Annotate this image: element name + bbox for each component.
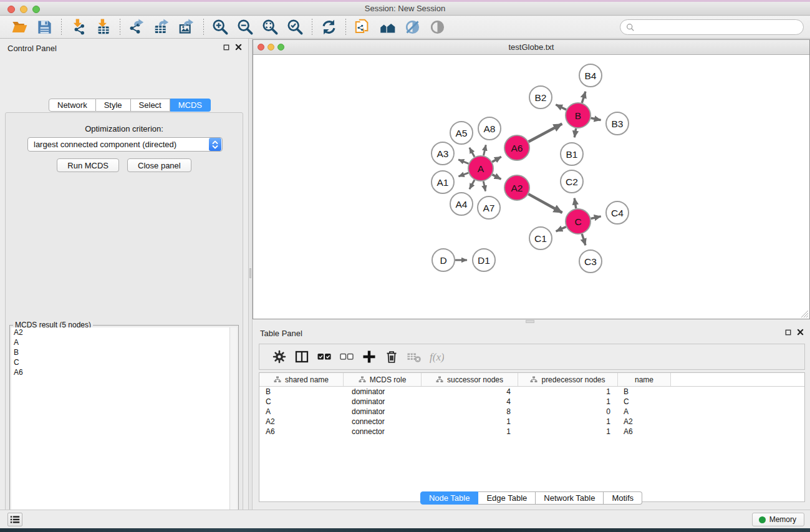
graph-node-C1[interactable]: C1	[529, 227, 552, 249]
import-network-button[interactable]	[67, 18, 89, 37]
tab-motifs[interactable]: Motifs	[604, 491, 642, 505]
graph-edge-A-A7[interactable]	[483, 181, 485, 191]
network-window-titlebar[interactable]: testGlobe.txt	[253, 40, 809, 55]
graph-edge-A-A2[interactable]	[493, 175, 501, 179]
column-header-predecessor-nodes[interactable]: predecessor nodes	[518, 373, 618, 386]
horizontal-splitter[interactable]	[253, 319, 810, 324]
run-mcds-button[interactable]: Run MCDS	[57, 158, 119, 172]
float-panel-icon[interactable]	[785, 329, 791, 336]
zoom-out-button[interactable]	[234, 18, 256, 37]
close-panel-icon[interactable]	[797, 329, 804, 336]
result-list-item[interactable]: A6	[11, 367, 229, 377]
network-file-button[interactable]	[352, 18, 373, 37]
column-header-successor-nodes[interactable]: successor nodes	[422, 373, 518, 386]
trash-button[interactable]	[380, 347, 403, 367]
graph-edge-B-B4[interactable]	[582, 92, 586, 103]
graph-node-A3[interactable]: A3	[432, 142, 454, 165]
unchecked-pair-button[interactable]	[335, 347, 358, 367]
zoom-fit-button[interactable]	[259, 18, 281, 37]
graph-edge-C-C3[interactable]	[582, 234, 586, 245]
vertical-splitter[interactable]	[248, 39, 253, 510]
result-list-item[interactable]: A	[11, 337, 229, 347]
graph-edge-A-A8[interactable]	[483, 145, 486, 155]
optimization-select[interactable]: largest connected component (directed)	[27, 137, 223, 152]
task-list-button[interactable]	[7, 513, 22, 526]
graph-node-C[interactable]: C	[566, 209, 591, 234]
graph-edge-B-B2[interactable]	[556, 105, 566, 110]
network-canvas[interactable]: AA6A2BCA5A8A3A1A4A7B2B4B3B1C2C4C1C3DD1	[253, 55, 809, 319]
graph-edge-A-A5[interactable]	[470, 148, 475, 157]
home-button[interactable]	[377, 18, 398, 37]
graph-edge-B-B1[interactable]	[574, 128, 576, 138]
graph-node-A6[interactable]: A6	[504, 135, 529, 160]
graph-edge-A-A3[interactable]	[458, 160, 468, 163]
column-header-shared-name[interactable]: shared name	[259, 373, 344, 386]
graph-node-C4[interactable]: C4	[606, 201, 629, 224]
graph-edge-C-C4[interactable]	[591, 216, 600, 219]
graph-node-A4[interactable]: A4	[450, 193, 473, 215]
graph-edge-A-A4[interactable]	[470, 180, 475, 189]
hide-panel-button[interactable]	[402, 18, 423, 37]
graph-node-A7[interactable]: A7	[478, 196, 500, 219]
save-button[interactable]	[34, 18, 55, 37]
export-network-button[interactable]	[126, 18, 147, 37]
graph-node-B[interactable]: B	[566, 103, 591, 128]
close-panel-button[interactable]: Close panel	[127, 158, 191, 172]
zoom-selected-button[interactable]	[284, 18, 306, 37]
memory-button[interactable]: Memory	[752, 513, 804, 526]
graph-node-B1[interactable]: B1	[561, 143, 583, 165]
graph-edge-A6-B[interactable]	[529, 124, 562, 142]
export-table-button[interactable]	[151, 18, 172, 37]
graph-node-A2[interactable]: A2	[504, 175, 529, 200]
graph-edge-A-A1[interactable]	[458, 173, 468, 177]
graph-node-A[interactable]: A	[468, 156, 493, 181]
tab-network[interactable]: Network	[49, 99, 96, 112]
result-list-item[interactable]: C	[11, 357, 229, 367]
graph-node-B2[interactable]: B2	[529, 86, 552, 109]
zoom-in-button[interactable]	[210, 18, 231, 37]
graph-edge-C-C1[interactable]	[556, 227, 566, 231]
graph-edge-A-A6[interactable]	[492, 157, 501, 162]
result-list-item[interactable]: A2	[11, 327, 229, 337]
eye-button[interactable]	[427, 18, 448, 37]
table-row[interactable]: Adominator80A	[259, 407, 804, 417]
tab-network-table[interactable]: Network Table	[536, 491, 604, 505]
tab-select[interactable]: Select	[131, 99, 170, 112]
graph-node-A1[interactable]: A1	[432, 171, 454, 193]
export-image-button[interactable]	[176, 18, 197, 37]
result-list-scrollbar[interactable]	[229, 327, 237, 532]
tab-style[interactable]: Style	[96, 99, 131, 112]
table-row[interactable]: Bdominator41B	[259, 387, 804, 397]
plus-button[interactable]	[358, 347, 380, 367]
table-row[interactable]: A2connector11A2	[259, 417, 804, 427]
import-table-button[interactable]	[92, 18, 113, 37]
graph-node-A8[interactable]: A8	[478, 117, 501, 140]
open-folder-button[interactable]	[9, 18, 30, 37]
splitter-grip[interactable]	[249, 268, 251, 278]
graph-node-B4[interactable]: B4	[579, 64, 602, 87]
close-panel-icon[interactable]	[235, 44, 242, 51]
column-split-button[interactable]	[291, 347, 313, 367]
gear-button[interactable]	[268, 347, 291, 367]
graph-node-D1[interactable]: D1	[473, 249, 495, 271]
result-list-item[interactable]: B	[11, 347, 229, 357]
resize-grip-icon[interactable]	[799, 309, 808, 317]
table-row[interactable]: Cdominator41C	[259, 397, 804, 407]
float-panel-icon[interactable]	[223, 44, 229, 51]
graph-edge-A2-C[interactable]	[528, 194, 562, 213]
tab-node-table[interactable]: Node Table	[420, 491, 479, 505]
table-row[interactable]: A6connector11A6	[259, 427, 804, 437]
graph-node-C3[interactable]: C3	[579, 250, 602, 273]
tab-edge-table[interactable]: Edge Table	[478, 491, 536, 505]
refresh-button[interactable]	[318, 18, 339, 37]
checked-pair-button[interactable]	[313, 347, 335, 367]
graph-edge-C-C2[interactable]	[574, 198, 576, 209]
column-header-MCDS-role[interactable]: MCDS role	[344, 373, 422, 386]
graph-node-A5[interactable]: A5	[450, 122, 473, 144]
splitter-grip[interactable]	[526, 320, 534, 323]
tab-mcds[interactable]: MCDS	[170, 99, 211, 112]
graph-node-C2[interactable]: C2	[561, 170, 583, 193]
graph-node-B3[interactable]: B3	[606, 112, 629, 135]
graph-edge-B-B3[interactable]	[591, 118, 601, 120]
search-input[interactable]	[635, 21, 803, 34]
